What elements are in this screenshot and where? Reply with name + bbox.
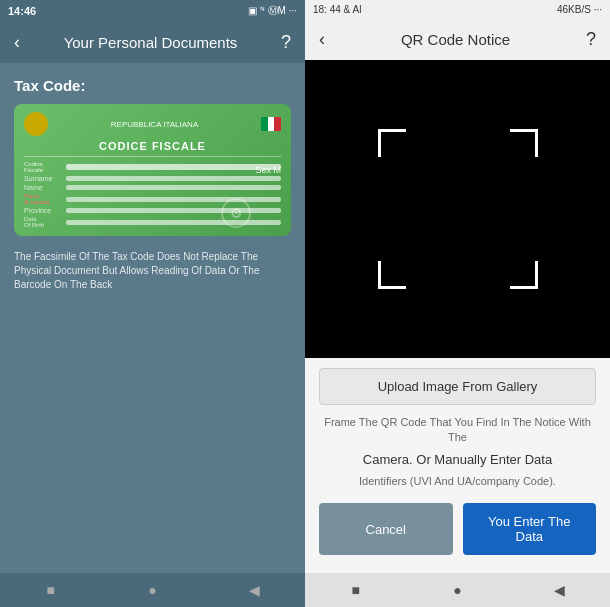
signal-icons-right: 46KB/S ···: [557, 4, 602, 15]
qr-frame: [378, 129, 538, 289]
label-place: Placedi nascita: [24, 193, 60, 205]
status-bar-right: 18: 44 & Al 46KB/S ···: [305, 0, 610, 19]
page-title-right: QR Code Notice: [401, 31, 510, 48]
field-surname: Surname: [24, 175, 281, 182]
sex-label: Sex M: [255, 165, 281, 175]
label-dob: DataOf Birth: [24, 216, 60, 228]
label-name: Name: [24, 184, 60, 191]
card-title: CODICE FISCALE: [24, 140, 281, 152]
status-icons-right: 46KB/S ···: [557, 4, 602, 15]
instruction-line3: Identifiers (UVI And UA/company Code).: [319, 474, 596, 489]
help-button-right[interactable]: ?: [586, 29, 596, 50]
card-emblem: ⚙: [221, 198, 251, 228]
label-codice: CodiceFiscale: [24, 161, 60, 173]
back-button-right[interactable]: ‹: [319, 29, 325, 50]
label-surname: Surname: [24, 175, 60, 182]
camera-view: [305, 60, 610, 358]
status-icons-left: ▣ ᴺ ⓂM ···: [248, 4, 297, 18]
action-buttons: Cancel You Enter The Data: [319, 503, 596, 563]
field-name: Name: [24, 184, 281, 191]
circle-btn-left[interactable]: ●: [141, 579, 163, 601]
left-panel: 14:46 ▣ ᴺ ⓂM ··· ‹ Your Personal Documen…: [0, 0, 305, 607]
bottom-nav-right: ■ ● ◀: [305, 573, 610, 607]
time-right: 18: 44 & Al: [313, 4, 361, 15]
enter-data-button[interactable]: You Enter The Data: [463, 503, 597, 555]
republic-logo: [24, 112, 48, 136]
corner-br: [510, 261, 538, 289]
square-btn-right[interactable]: ■: [345, 579, 367, 601]
bottom-nav-left: ■ ● ◀: [0, 573, 305, 607]
nav-bar-left: ‹ Your Personal Documents ?: [0, 22, 305, 63]
bottom-section: Upload Image From Gallery Frame The QR C…: [305, 358, 610, 573]
italian-flag: [261, 117, 281, 131]
back-btn-left[interactable]: ◀: [243, 579, 265, 601]
page-title-left: Your Personal Documents: [64, 34, 238, 51]
corner-bl: [378, 261, 406, 289]
back-button-left[interactable]: ‹: [14, 32, 20, 53]
left-content: Tax Code: REPUBBLICA ITALIANA CODICE FIS…: [0, 63, 305, 573]
help-button-left[interactable]: ?: [281, 32, 291, 53]
instruction-line2: Camera. Or Manually Enter Data: [319, 451, 596, 469]
instruction-line1: Frame The QR Code That You Find In The N…: [319, 415, 596, 446]
section-title: Tax Code:: [14, 77, 291, 94]
disclaimer-text: The Facsimile Of The Tax Code Does Not R…: [14, 250, 291, 292]
time-left: 14:46: [8, 5, 36, 17]
right-panel: 18: 44 & Al 46KB/S ··· ‹ QR Code Notice …: [305, 0, 610, 607]
signal-icons-left: ▣ ᴺ ⓂM ···: [248, 4, 297, 18]
field-codice: CodiceFiscale: [24, 161, 281, 173]
upload-button[interactable]: Upload Image From Gallery: [319, 368, 596, 405]
label-province: Province: [24, 207, 60, 214]
corner-tl: [378, 129, 406, 157]
square-btn-left[interactable]: ■: [40, 579, 62, 601]
back-btn-right[interactable]: ◀: [548, 579, 570, 601]
status-bar-left: 14:46 ▣ ᴺ ⓂM ···: [0, 0, 305, 22]
svg-point-1: [33, 121, 39, 127]
corner-tr: [510, 129, 538, 157]
emblem-circle: ⚙: [221, 198, 251, 228]
cancel-button[interactable]: Cancel: [319, 503, 453, 555]
tax-card-header: REPUBBLICA ITALIANA: [24, 112, 281, 136]
nav-bar-right: ‹ QR Code Notice ?: [305, 19, 610, 60]
circle-btn-right[interactable]: ●: [446, 579, 468, 601]
tax-card: REPUBBLICA ITALIANA CODICE FISCALE Codic…: [14, 104, 291, 236]
republic-text: REPUBBLICA ITALIANA: [48, 120, 261, 129]
